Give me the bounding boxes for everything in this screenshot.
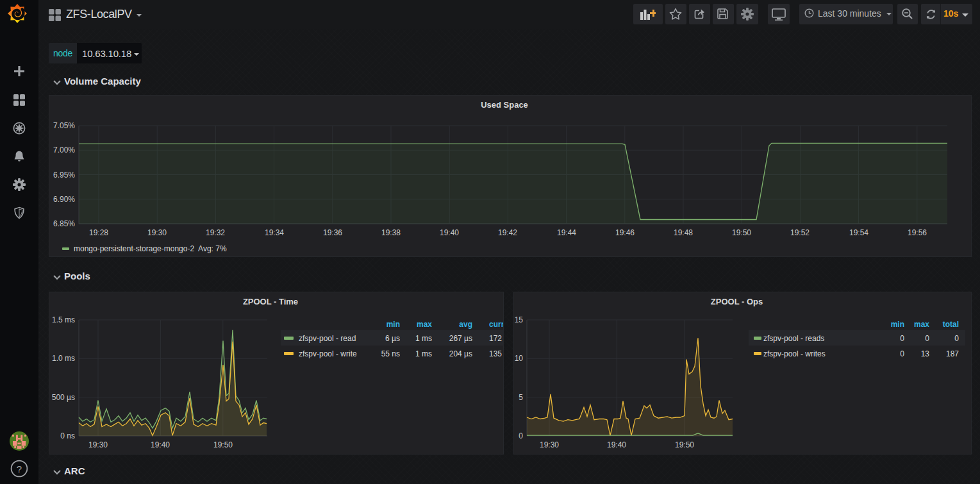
svg-text:19:32: 19:32	[206, 228, 225, 237]
svg-text:1.5 ms: 1.5 ms	[52, 315, 75, 324]
svg-text:19:38: 19:38	[381, 228, 401, 237]
svg-text:19:34: 19:34	[265, 228, 284, 237]
svg-text:6.85%: 6.85%	[53, 219, 75, 228]
svg-text:19:28: 19:28	[89, 228, 108, 237]
svg-text:19:56: 19:56	[908, 228, 927, 237]
svg-text:19:54: 19:54	[849, 228, 868, 237]
svg-text:19:50: 19:50	[213, 440, 233, 449]
svg-text:19:40: 19:40	[151, 440, 170, 449]
svg-text:5: 5	[519, 393, 523, 402]
svg-text:19:44: 19:44	[557, 228, 576, 237]
svg-text:6.95%: 6.95%	[53, 171, 75, 179]
svg-text:19:50: 19:50	[675, 440, 694, 449]
svg-text:19:36: 19:36	[323, 228, 342, 237]
svg-text:19:40: 19:40	[607, 440, 626, 449]
svg-text:19:46: 19:46	[615, 228, 635, 237]
svg-text:1.0 ms: 1.0 ms	[52, 354, 75, 363]
svg-text:10: 10	[515, 354, 524, 363]
svg-text:19:30: 19:30	[147, 228, 167, 237]
svg-text:19:30: 19:30	[540, 440, 559, 449]
svg-text:19:30: 19:30	[88, 440, 108, 449]
svg-text:0: 0	[519, 431, 523, 440]
svg-text:19:52: 19:52	[790, 228, 810, 237]
svg-text:7.00%: 7.00%	[53, 146, 75, 154]
svg-text:0 ns: 0 ns	[60, 431, 75, 440]
svg-text:19:40: 19:40	[440, 228, 459, 237]
svg-text:19:42: 19:42	[498, 228, 517, 237]
svg-text:7.05%: 7.05%	[53, 121, 75, 130]
svg-text:19:50: 19:50	[732, 228, 751, 237]
svg-text:?: ?	[17, 463, 22, 474]
svg-text:15: 15	[515, 315, 524, 324]
svg-text:500 µs: 500 µs	[52, 393, 75, 402]
svg-text:6.90%: 6.90%	[53, 195, 75, 204]
svg-text:19:48: 19:48	[674, 228, 693, 237]
